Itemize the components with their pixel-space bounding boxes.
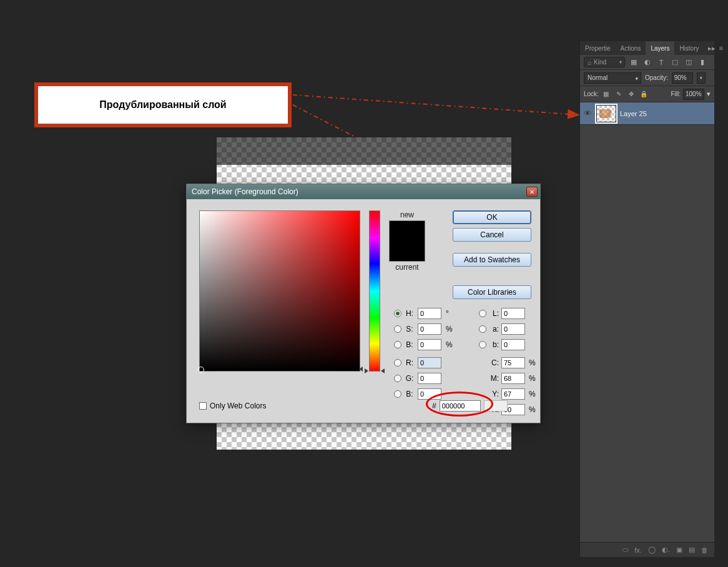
filter-type-icon[interactable]: T <box>656 57 666 67</box>
g-input[interactable] <box>418 373 441 384</box>
panel-collapse-icon[interactable]: ▸▸ <box>704 41 719 55</box>
m-input[interactable] <box>501 373 525 384</box>
y-input[interactable] <box>501 388 525 400</box>
lab-b-label: b: <box>489 340 499 349</box>
hue-slider[interactable] <box>369 210 380 372</box>
filter-kind-dropdown[interactable]: Kind <box>584 57 625 67</box>
lock-all-icon[interactable]: 🔒 <box>639 90 649 99</box>
l-radio[interactable] <box>479 310 486 317</box>
opacity-label: Opacity: <box>645 74 668 81</box>
layer-group-icon[interactable]: ▣ <box>676 546 682 554</box>
color-picker-dialog: Color Picker (Foreground Color) ✕ new cu… <box>186 184 541 423</box>
new-layer-icon[interactable]: ▤ <box>689 546 695 554</box>
only-web-colors-row: Only Web Colors <box>199 402 266 410</box>
layers-panel-footer: ⬭ fx. ◯ ◐. ▣ ▤ 🗑 <box>580 542 714 557</box>
pct-unit: % <box>528 374 535 383</box>
only-web-colors-checkbox[interactable] <box>199 402 207 410</box>
add-to-swatches-button[interactable]: Add to Swatches <box>453 253 531 267</box>
blend-mode-dropdown[interactable]: Normal <box>584 72 641 84</box>
panel-menu-icon[interactable]: ≡ <box>719 41 723 55</box>
close-button[interactable]: ✕ <box>526 187 538 197</box>
r-radio[interactable] <box>394 359 401 367</box>
panel-tabs: Propertie Actions Layers History ▸▸ ≡ <box>580 41 714 55</box>
hex-input[interactable] <box>440 400 481 412</box>
lock-position-icon[interactable]: ✥ <box>626 90 636 99</box>
pct-unit: % <box>528 405 535 414</box>
new-current-swatch[interactable] <box>389 220 425 262</box>
hsb-rgb-inputs: H:° S:% B:% R: G: B: <box>394 305 454 402</box>
a-input[interactable] <box>501 323 525 335</box>
lock-fill-row: Lock: ▦ ✎ ✥ 🔒 Fill: 100% ▾ <box>580 86 714 102</box>
layer-fx-icon[interactable]: fx. <box>634 546 642 554</box>
sat-radio[interactable] <box>394 325 401 333</box>
s-input[interactable] <box>418 323 441 335</box>
delete-layer-icon[interactable]: 🗑 <box>701 546 708 554</box>
fill-value[interactable]: 100% <box>683 89 704 100</box>
dialog-titlebar[interactable]: Color Picker (Foreground Color) ✕ <box>187 184 540 199</box>
filter-shape-icon[interactable]: ▢ <box>670 57 680 67</box>
tab-layers[interactable]: Layers <box>646 41 674 55</box>
b2-input[interactable] <box>418 388 441 400</box>
lock-transparency-icon[interactable]: ▦ <box>601 90 611 99</box>
g-label: G: <box>404 374 415 383</box>
hash-label: # <box>432 402 436 410</box>
pct-unit: % <box>444 325 454 333</box>
saturation-brightness-box[interactable] <box>199 210 360 372</box>
layer-row[interactable]: 👁 Layer 25 <box>580 102 714 125</box>
l-label: L: <box>489 309 499 318</box>
lab-b-radio[interactable] <box>479 341 486 348</box>
b-input[interactable] <box>418 339 441 350</box>
fill-label: Fill: <box>671 91 681 97</box>
hex-extra-box <box>484 400 508 412</box>
only-web-colors-label: Only Web Colors <box>210 402 266 410</box>
a-label: a: <box>489 325 499 333</box>
adjustment-layer-icon[interactable]: ◐. <box>662 546 670 554</box>
filter-adjustment-icon[interactable]: ◐ <box>642 57 652 67</box>
b-label: B: <box>404 340 415 349</box>
b2-radio[interactable] <box>394 390 401 398</box>
layer-mask-icon[interactable]: ◯ <box>648 546 656 554</box>
filter-toggle-icon[interactable]: ▮ <box>697 57 707 67</box>
a-radio[interactable] <box>479 325 486 333</box>
tab-actions[interactable]: Actions <box>616 41 646 55</box>
h-input[interactable] <box>418 308 441 319</box>
hue-handle-left <box>365 368 368 373</box>
ok-button[interactable]: OK <box>453 210 531 224</box>
bri-radio[interactable] <box>394 341 401 348</box>
c-label: C: <box>489 358 499 367</box>
visibility-eye-icon[interactable]: 👁 <box>583 109 593 118</box>
r-input[interactable] <box>418 357 441 368</box>
current-label: current <box>395 263 418 272</box>
layer-thumbnail[interactable] <box>596 105 616 122</box>
filter-smart-icon[interactable]: ◫ <box>684 57 694 67</box>
opacity-dropdown-icon[interactable]: ▾ <box>697 72 706 84</box>
pct-unit: % <box>528 390 535 398</box>
tab-history[interactable]: History <box>674 41 704 55</box>
color-libraries-button[interactable]: Color Libraries <box>453 285 531 299</box>
annotation-callout: Продублированный слой <box>34 82 292 127</box>
lab-b-input[interactable] <box>501 339 525 350</box>
c-input[interactable] <box>501 357 525 368</box>
layer-name[interactable]: Layer 25 <box>620 110 647 117</box>
opacity-value[interactable]: 90% <box>672 72 693 84</box>
layers-panel: Propertie Actions Layers History ▸▸ ≡ Ki… <box>579 41 714 557</box>
color-picker-cursor <box>198 367 204 373</box>
filter-pixel-icon[interactable]: ▦ <box>629 57 639 67</box>
cancel-button[interactable]: Cancel <box>453 228 531 242</box>
pct-unit: % <box>528 358 535 367</box>
lock-pixels-icon[interactable]: ✎ <box>614 90 624 99</box>
g-radio[interactable] <box>394 375 401 382</box>
hue-radio[interactable] <box>394 310 401 317</box>
new-label: new <box>400 210 414 219</box>
document-canvas-top <box>217 137 511 165</box>
r-label: R: <box>404 358 415 367</box>
l-input[interactable] <box>501 308 525 319</box>
annotation-text: Продублированный слой <box>99 99 226 111</box>
pct-unit: % <box>444 340 454 349</box>
deg-unit: ° <box>444 309 454 318</box>
lock-label: Lock: <box>584 91 599 97</box>
b2-label: B: <box>404 390 415 398</box>
tab-properties[interactable]: Propertie <box>580 41 616 55</box>
fill-dropdown-icon[interactable]: ▾ <box>707 90 711 98</box>
link-layers-icon[interactable]: ⬭ <box>622 546 628 554</box>
